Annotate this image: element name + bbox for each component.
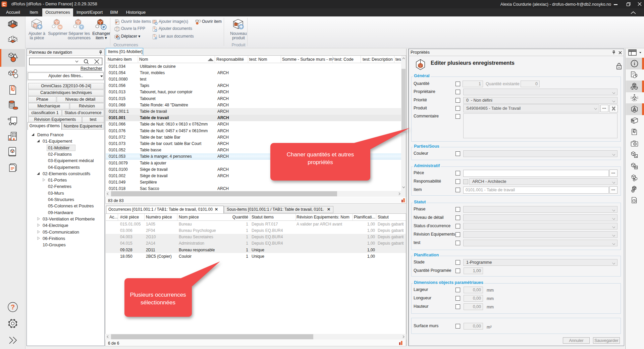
svg-text:Chaner quantités et autres: Chaner quantités et autres bbox=[287, 151, 354, 158]
svg-text:?: ? bbox=[11, 303, 15, 311]
svg-text:Plusieurs occurrences: Plusieurs occurrences bbox=[130, 292, 186, 298]
svg-text:sélectionnées: sélectionnées bbox=[141, 299, 175, 306]
svg-text:propriétés: propriétés bbox=[308, 159, 333, 165]
